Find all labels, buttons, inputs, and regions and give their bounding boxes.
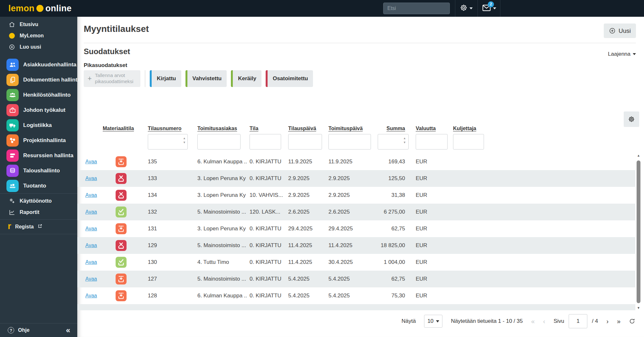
next-page-button[interactable]: › — [606, 318, 609, 324]
column-header-kuljettaja[interactable]: Kuljettaja — [453, 126, 476, 131]
cell-sum: 1 004,00 — [354, 259, 405, 265]
app-screen: lemon online 2 — [0, 0, 644, 337]
open-row-link[interactable]: Avaa — [85, 259, 97, 265]
sidebar-item-kayttoonotto[interactable]: Käyttöönotto — [0, 195, 77, 207]
open-row-link[interactable]: Avaa — [85, 226, 97, 232]
cell-order-date: 11.9.2025 — [288, 159, 312, 165]
sidebar-module-tuotanto[interactable]: Tuotanto — [0, 178, 77, 193]
sidebar-module-henkilostohallinto[interactable]: Henkilöstöhallinto — [0, 87, 77, 102]
cell-status: 10. VAHVIS... — [250, 192, 283, 198]
column-header-materiaalitila[interactable]: Materiaalitila — [103, 126, 134, 131]
help-label[interactable]: Ohje — [18, 327, 30, 333]
quick-filter-label: Keräily — [238, 75, 256, 82]
open-row-link[interactable]: Avaa — [85, 243, 97, 248]
truck-icon — [6, 119, 19, 131]
sidebar-item-raportit[interactable]: Raportit — [0, 207, 77, 218]
gears-icon — [8, 197, 15, 204]
cell-delivery-date: 2.9.2025 — [328, 175, 350, 182]
sidebar-module-dokumenttien-hallinta[interactable]: Dokumenttien hallinta — [0, 72, 77, 87]
open-row-link[interactable]: Avaa — [85, 176, 97, 181]
sidebar-module-label: Projektinhallinta — [23, 137, 66, 144]
page-size-label: Näytä — [402, 318, 416, 324]
number-spinner[interactable]: ▲▼ — [403, 137, 406, 144]
plus-circle-icon — [8, 44, 15, 50]
filter-input-toimitusasiakas[interactable] — [197, 134, 241, 149]
open-row-link[interactable]: Avaa — [85, 276, 97, 282]
mylemon-dot-icon — [8, 33, 15, 39]
current-page-input[interactable] — [569, 314, 587, 328]
sidebar-footer: ? Ohje « — [0, 323, 77, 337]
refresh-button[interactable] — [629, 318, 635, 324]
column-header-valuutta[interactable]: Valuutta — [416, 126, 436, 131]
external-link-icon — [38, 224, 42, 230]
filter-input-tilausnumero[interactable] — [148, 134, 188, 149]
open-row-link[interactable]: Avaa — [85, 192, 97, 198]
table-row: Avaa — [77, 153, 635, 170]
filter-input-tilauspaiva[interactable] — [288, 134, 322, 149]
column-header-tilauspaiva[interactable]: Tilauspäivä — [288, 126, 316, 131]
scroll-up-arrow[interactable]: ▲ — [635, 153, 642, 158]
scroll-down-arrow[interactable]: ▼ — [635, 306, 642, 310]
cell-order-date: 2.9.2025 — [288, 192, 309, 198]
sidebar-module-asiakkuudenhallinta[interactable]: Asiakkuudenhallinta — [0, 57, 77, 72]
cell-customer: 4. Tuttu Timo — [197, 259, 229, 265]
number-spinner[interactable]: ▲▼ — [183, 137, 186, 144]
sidebar-module-resurssien-hallinta[interactable]: Resurssien hallinta — [0, 148, 77, 163]
save-quick-filter-button[interactable]: + Tallenna arvot pikasuodattimeksi — [84, 70, 140, 87]
cell-currency: EUR — [416, 226, 427, 232]
previous-page-button[interactable]: ‹ — [543, 318, 545, 324]
first-page-button[interactable]: « — [531, 318, 535, 324]
table-row: Avaa — [77, 237, 635, 254]
quick-filter-button[interactable]: Keräily — [231, 70, 261, 87]
sidebar-item-label: Etusivu — [20, 22, 38, 27]
column-header-tilausnumero[interactable]: Tilausnumero — [148, 126, 182, 131]
search-input[interactable] — [383, 3, 450, 14]
chevron-down-icon — [493, 7, 496, 9]
top-bar: lemon online 2 — [0, 0, 644, 17]
quick-filter-label: Vahvistettu — [193, 75, 222, 82]
filter-input-kuljettaja[interactable] — [453, 134, 484, 149]
open-row-link[interactable]: Avaa — [85, 159, 97, 165]
quick-filter-button[interactable]: Kirjattu — [150, 70, 181, 87]
sidebar-module-taloushallinto[interactable]: Taloushallinto — [0, 163, 77, 178]
settings-menu-button[interactable] — [460, 0, 473, 17]
scrollbar-thumb[interactable] — [637, 160, 640, 303]
page-size-select[interactable]: 10 — [424, 315, 442, 328]
quick-filter-button[interactable]: Osatoimitettu — [266, 70, 313, 87]
table-scrollbar[interactable]: ▲ ▼ — [635, 153, 642, 310]
quick-filter-button[interactable]: Vahvistettu — [185, 70, 227, 87]
collapse-sidebar-icon[interactable]: « — [66, 326, 70, 334]
sidebar-module-johdon-tyokalut[interactable]: Johdon työkalut — [0, 102, 77, 118]
gear-icon — [460, 4, 468, 13]
last-page-button[interactable]: » — [617, 318, 620, 324]
filter-input-tila[interactable] — [250, 134, 281, 149]
cell-order-number: 132 — [148, 209, 157, 215]
filter-input-valuutta[interactable] — [416, 134, 448, 149]
table-settings-button[interactable] — [624, 111, 639, 127]
logo-text-online: online — [45, 4, 71, 14]
cell-currency: EUR — [416, 175, 427, 182]
cell-sum: 31,38 — [354, 192, 405, 198]
filter-input-toimituspaiva[interactable] — [328, 134, 371, 149]
column-header-tila[interactable]: Tila — [250, 126, 258, 131]
sidebar-module-logistiikka[interactable]: Logistiikka — [0, 118, 77, 133]
cell-sum: 169,43 — [354, 159, 405, 165]
cell-order-number: 130 — [148, 259, 157, 265]
new-button[interactable]: Uusi — [604, 24, 636, 38]
cell-currency: EUR — [416, 293, 427, 299]
open-row-link[interactable]: Avaa — [85, 209, 97, 215]
sidebar-item-regista[interactable]: r Regista — [0, 220, 77, 234]
cell-delivery-date: 2.6.2025 — [328, 209, 350, 215]
messages-menu-button[interactable]: 2 — [482, 0, 496, 17]
sidebar-module-label: Johdon työkalut — [23, 107, 65, 113]
column-header-toimitusasiakas[interactable]: Toimitusasiakas — [197, 126, 237, 131]
column-header-summa[interactable]: Summa — [354, 126, 405, 131]
sidebar-item-luo-uusi[interactable]: Luo uusi — [0, 41, 77, 53]
sidebar-item-mylemon[interactable]: MyLemon — [0, 30, 77, 41]
quick-filters-row: + Tallenna arvot pikasuodattimeksi Kirja… — [84, 70, 317, 87]
open-row-link[interactable]: Avaa — [85, 293, 97, 299]
expand-filters-link[interactable]: Laajenna — [608, 51, 636, 57]
cell-customer: 5. Mainostoimisto ... — [197, 242, 246, 249]
sidebar-item-etusivu[interactable]: Etusivu — [0, 19, 77, 30]
sidebar-module-projektinhallinta[interactable]: Projektinhallinta — [0, 133, 77, 148]
